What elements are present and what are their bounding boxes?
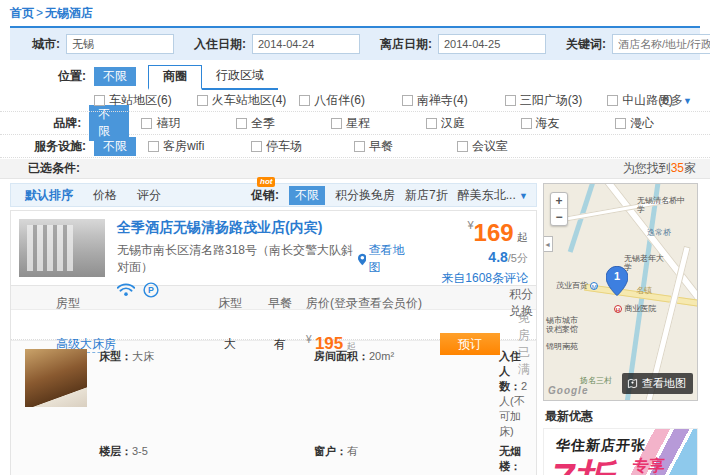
checkbox-icon[interactable] — [402, 95, 413, 106]
sort-default[interactable]: 默认排序 — [25, 187, 73, 204]
room-photo[interactable] — [25, 349, 87, 407]
brand-option-label: 漫心 — [630, 115, 654, 132]
breadcrumb-home[interactable]: 首页 — [10, 6, 34, 20]
checkbox-icon[interactable] — [615, 118, 626, 129]
brand-option[interactable]: 禧玥 — [141, 115, 236, 132]
breadcrumb-current: 无锡酒店 — [45, 6, 93, 20]
score-suffix: /5分 — [508, 252, 528, 264]
room-detail-grid: 床型：大床 房间面积：20m² 入住人数：2人(不可加床) 楼层：3-5 窗户：… — [99, 349, 530, 475]
checkbox-icon[interactable] — [94, 95, 105, 106]
location-option[interactable]: 火车站地区(4) — [197, 92, 300, 109]
google-watermark: Google — [548, 385, 588, 396]
hotel-photo[interactable] — [19, 219, 105, 277]
checkbox-icon[interactable] — [457, 141, 468, 152]
result-count-number: 35 — [671, 161, 684, 175]
view-map-label: 查看地图 — [368, 242, 410, 276]
brand-option[interactable]: 全季 — [236, 115, 331, 132]
map-panel[interactable]: 无锡清名桥中学 逸常桥 无锡老年大学 茂业百货 M 名镇 H 商业医院 锡市城市… — [543, 183, 698, 401]
map-zoom-control[interactable]: + − — [550, 192, 568, 226]
hot-badge: hot — [257, 177, 275, 187]
hotel-name-link[interactable]: 全季酒店无锡清扬路茂业店(内宾) — [117, 219, 410, 237]
facility-option[interactable]: 客房wifi — [148, 138, 251, 155]
brand-option-label: 海友 — [536, 115, 560, 132]
map-label-text: 无锡清名桥中学 — [637, 196, 689, 214]
header-room-type: 房型 — [56, 295, 206, 312]
map-label-road: 名镇 — [636, 286, 652, 295]
facility-option[interactable]: 早餐 — [354, 138, 457, 155]
hotel-address-row: 无锡市南长区清名路318号（南长交警大队斜对面） 查看地图 — [117, 242, 410, 276]
checkbox-icon[interactable] — [331, 118, 342, 129]
tab-business-zone[interactable]: 商圈 — [148, 65, 202, 90]
facility-any-button[interactable]: 不限 — [94, 137, 136, 156]
checkbox-icon[interactable] — [197, 95, 208, 106]
location-filter-row: 位置: 不限 商圈 行政区域 — [0, 60, 710, 90]
sort-price[interactable]: 价格 — [93, 187, 117, 204]
checkbox-icon[interactable] — [236, 118, 247, 129]
zoom-out-button[interactable]: − — [551, 209, 567, 225]
hospital-icon: H — [614, 305, 622, 313]
hotel-price: ¥169 起 — [410, 219, 528, 247]
search-bar: 城市: 入住日期: 离店日期: 关键词: 搜索 — [10, 26, 700, 60]
checkbox-icon[interactable] — [354, 141, 365, 152]
result-count: 为您找到35家 — [623, 160, 696, 177]
brand-option[interactable]: 漫心 — [615, 115, 710, 132]
tab-district[interactable]: 行政区域 — [202, 65, 278, 88]
checkout-input[interactable] — [438, 34, 546, 54]
location-option[interactable]: 三阳广场(3) — [505, 92, 608, 109]
promo-dropdown-label: 醉美东北... — [458, 188, 516, 202]
checkbox-icon[interactable] — [299, 95, 310, 106]
brand-option[interactable]: 海友 — [521, 115, 616, 132]
reviews-link[interactable]: 来自1608条评论 — [410, 270, 528, 287]
brand-option[interactable]: 星程 — [331, 115, 426, 132]
checkin-input[interactable] — [252, 34, 360, 54]
map-collapse-handle[interactable]: ◄ — [544, 236, 553, 252]
checkbox-icon[interactable] — [426, 118, 437, 129]
hotel-card[interactable]: 全季酒店无锡清扬路茂业店(内宾) 无锡市南长区清名路318号（南长交警大队斜对面… — [10, 210, 537, 286]
view-map-button[interactable]: 查看地图 — [622, 373, 693, 394]
detail-area-label: 房间面积： — [314, 350, 369, 362]
location-option-label: 车站地区(6) — [109, 92, 172, 109]
detail-occupancy: 入住人数：2人(不可加床) — [499, 349, 530, 439]
promo-filter: hot促销: 不限 积分换免房 新店7折 醉美东北... ▼ — [251, 186, 528, 205]
promo-ad-banner[interactable]: 华住新店开张 7折 专享 优惠 — [543, 428, 698, 475]
promo-any-button[interactable]: 不限 — [289, 186, 325, 205]
more-link[interactable]: 更多▼ — [659, 92, 692, 109]
checkbox-icon[interactable] — [521, 118, 532, 129]
ad-tagline-line1: 专享 — [632, 457, 666, 474]
location-option-label: 火车站地区(4) — [212, 92, 287, 109]
checkbox-icon[interactable] — [505, 95, 516, 106]
brand-filter-row: 品牌: 不限 禧玥 全季 星程 汉庭 海友 漫心 — [0, 112, 710, 135]
detail-bed: 床型：大床 — [99, 349, 314, 439]
view-map-link[interactable]: 查看地图 — [358, 242, 410, 276]
hotel-price-column: ¥169 起 4.8/5分 来自1608条评论 — [410, 219, 528, 277]
zoom-in-button[interactable]: + — [551, 193, 567, 209]
map-label-text: 茂业百货 — [556, 281, 588, 290]
facility-option-label: 会议室 — [472, 138, 508, 155]
facility-option[interactable]: 会议室 — [457, 138, 560, 155]
city-input[interactable] — [66, 34, 174, 54]
promo-dropdown[interactable]: 醉美东北... ▼ — [458, 187, 528, 204]
brand-option-label: 星程 — [346, 115, 370, 132]
checkbox-icon[interactable] — [251, 141, 262, 152]
result-count-suffix: 家 — [684, 161, 696, 175]
map-label-archive: 锡市城市设档案馆 — [546, 316, 578, 334]
promo-option-points[interactable]: 积分换免房 — [335, 187, 395, 204]
facility-filter-row: 服务设施: 不限 客房wifi 停车场 早餐 会议室 — [0, 135, 710, 158]
map-label-text: 锡市城市 — [546, 316, 578, 325]
detail-floor-value: 3-5 — [132, 445, 148, 457]
hotel-map-pin[interactable]: 1 — [606, 266, 628, 296]
location-option[interactable]: 南禅寺(4) — [402, 92, 505, 109]
location-option[interactable]: 车站地区(6) — [94, 92, 197, 109]
checkbox-icon[interactable] — [141, 118, 152, 129]
brand-option[interactable]: 汉庭 — [426, 115, 521, 132]
checkbox-icon[interactable] — [148, 141, 159, 152]
sort-score[interactable]: 评分 — [137, 187, 161, 204]
keyword-input[interactable] — [612, 34, 710, 54]
detail-bed-value: 大床 — [132, 350, 154, 362]
map-icon — [627, 378, 638, 389]
promo-option-newstore[interactable]: 新店7折 — [405, 187, 448, 204]
location-option[interactable]: 八佰伴(6) — [299, 92, 402, 109]
facility-option[interactable]: 停车场 — [251, 138, 354, 155]
checkbox-icon[interactable] — [607, 95, 618, 106]
location-any-button[interactable]: 不限 — [94, 67, 136, 86]
